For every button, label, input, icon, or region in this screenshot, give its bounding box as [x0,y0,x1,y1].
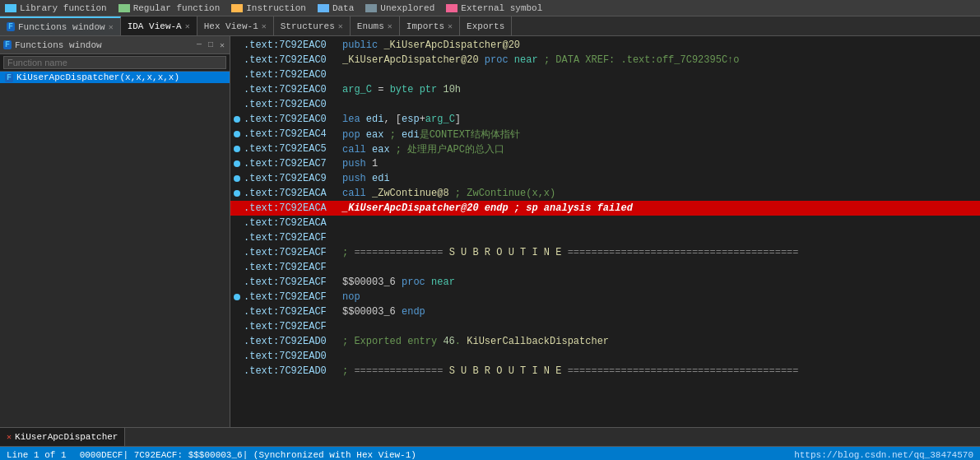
tab-hex-close[interactable]: ✕ [262,21,267,31]
code-line-20: .text:7C92EAD0; Exported entry 46. KiUse… [230,334,980,349]
tab-functions-close[interactable]: ✕ [109,22,114,32]
main-layout: F Functions window ─ □ ✕ F KiUserApcDisp… [0,36,980,427]
code-text-11: _KiUserApcDispatcher@20 endp ; sp analys… [342,202,633,214]
code-addr-3: .text:7C92EAC0 [244,84,342,95]
status-line: Line 1 of 1 [7,450,67,460]
tab-imports-close[interactable]: ✕ [448,21,453,31]
legend-library-label: Library function [20,3,107,13]
code-addr-12: .text:7C92EACA [244,217,342,229]
code-line-13: .text:7C92EACF [230,230,980,245]
code-addr-19: .text:7C92EACF [244,321,342,332]
code-text-22: ; =============== S U B R O U T I N E ==… [342,365,799,377]
tab-imports-label: Imports [406,21,444,31]
legend-instruction: Instruction [231,3,306,13]
tab-ida-close[interactable]: ✕ [185,21,190,31]
legend-external-label: External symbol [461,3,542,13]
legend-instruction-label: Instruction [246,3,306,13]
code-text-14: ; =============== S U B R O U T I N E ==… [342,247,799,258]
sidebar-title-text: Functions window [15,40,102,50]
sidebar-restore-btn[interactable]: □ [207,40,215,50]
code-addr-13: .text:7C92EACF [244,232,342,244]
legend-bar: Library function Regular function Instru… [0,0,980,16]
tab-imports[interactable]: Imports ✕ [400,16,460,35]
code-line-17: .text:7C92EACF nop [230,290,980,304]
code-dot-8 [234,160,240,167]
sidebar-close-btn[interactable]: ✕ [218,40,226,50]
sidebar-func-icon: F [3,40,12,49]
code-text-20: ; Exported entry 46. KiUserCallbackDispa… [342,336,609,347]
tab-functions-label: Functions window [18,22,105,32]
code-text-0: public _KiUserApcDispatcher@20 [342,39,520,51]
code-text-1: _KiUserApcDispatcher@20 proc near ; DATA… [342,54,740,66]
code-line-1: .text:7C92EAC0_KiUserApcDispatcher@20 pr… [230,53,980,67]
code-line-7: .text:7C92EAC5 call eax ; 处理用户APC的总入口 [230,142,980,156]
tab-structures[interactable]: Structures ✕ [274,16,351,35]
code-line-16: .text:7C92EACF$$00003_6 proc near [230,275,980,290]
bottom-tab-kiuser[interactable]: ✕ KiUserApcDispatcher [0,428,125,446]
code-addr-16: .text:7C92EACF [244,276,342,288]
code-addr-14: .text:7C92EACF [244,247,342,258]
sidebar-title-group: F Functions window [3,40,102,50]
code-addr-8: .text:7C92EAC7 [244,158,342,170]
code-addr-2: .text:7C92EAC0 [244,69,342,81]
tab-functions-window[interactable]: F Functions window ✕ [0,16,121,35]
tab-enums-close[interactable]: ✕ [388,21,392,31]
code-addr-1: .text:7C92EAC0 [244,54,342,66]
code-addr-10: .text:7C92EACA [244,188,342,199]
code-text-7: call eax ; 处理用户APC的总入口 [342,142,504,156]
code-line-21: .text:7C92EAD0 [230,349,980,364]
code-addr-21: .text:7C92EAD0 [244,351,342,362]
code-line-11: .text:7C92EACA_KiUserApcDispatcher@20 en… [230,201,980,216]
code-dot-5 [234,116,240,123]
legend-unexplored-color [365,4,377,12]
code-text-6: pop eax ; edi是CONTEXT结构体指针 [342,128,520,142]
tab-ida-view[interactable]: IDA View-A ✕ [121,16,197,35]
sidebar-item-label: KiUserApcDispatcher(x,x,x,x,x) [16,72,179,82]
legend-regular: Regular function [118,3,221,13]
status-left: Line 1 of 1 0000DECF| 7C92EACF: $$$00003… [7,450,416,460]
code-line-22: .text:7C92EAD0; =============== S U B R … [230,364,980,379]
code-text-10: call _ZwContinue@8 ; ZwContinue(x,x) [342,188,555,199]
tab-exports[interactable]: Exports [460,16,512,35]
tab-enums-label: Enums [357,21,384,31]
code-line-10: .text:7C92EACA call _ZwContinue@8 ; ZwCo… [230,186,980,201]
code-addr-6: .text:7C92EAC4 [244,128,342,140]
bottom-tab-close-icon[interactable]: ✕ [7,432,12,442]
code-addr-4: .text:7C92EAC0 [244,99,342,110]
code-line-0: .text:7C92EAC0 public _KiUserApcDispatch… [230,38,980,53]
tab-structures-close[interactable]: ✕ [338,21,343,31]
tab-enums[interactable]: Enums ✕ [351,16,400,35]
code-dot-10 [234,190,240,197]
code-addr-7: .text:7C92EAC5 [244,143,342,155]
code-addr-22: .text:7C92EAD0 [244,365,342,377]
bottom-tab-bar: ✕ KiUserApcDispatcher [0,427,980,447]
code-addr-17: .text:7C92EACF [244,291,342,303]
code-addr-11: .text:7C92EACA [244,202,342,214]
sidebar-controls: ─ □ ✕ [195,40,226,50]
code-line-2: .text:7C92EAC0 [230,67,980,82]
code-view[interactable]: .text:7C92EAC0 public _KiUserApcDispatch… [230,36,980,427]
code-line-8: .text:7C92EAC7 push 1 [230,156,980,171]
tab-hex-view[interactable]: Hex View-1 ✕ [197,16,274,35]
code-addr-5: .text:7C92EAC0 [244,114,342,125]
sidebar-item-kiuserapcdispatcher[interactable]: F KiUserApcDispatcher(x,x,x,x,x) [0,72,230,83]
code-text-16: $$00003_6 proc near [342,276,455,288]
code-dot-6 [234,131,240,137]
legend-unexplored: Unexplored [365,3,434,13]
main-tab-bar: F Functions window ✕ IDA View-A ✕ Hex Vi… [0,16,980,36]
tab-functions-icon: F [7,22,15,31]
legend-data: Data [318,3,354,13]
code-text-9: push edi [342,173,390,184]
code-addr-18: .text:7C92EACF [244,306,342,318]
code-text-5: lea edi, [esp+arg_C] [342,114,461,125]
legend-unexplored-label: Unexplored [380,3,434,13]
code-addr-0: .text:7C92EAC0 [244,39,342,51]
code-addr-9: .text:7C92EAC9 [244,173,342,184]
legend-data-label: Data [332,3,354,13]
tab-structures-label: Structures [281,21,335,31]
code-line-5: .text:7C92EAC0 lea edi, [esp+arg_C] [230,112,980,127]
sidebar-minimize-btn[interactable]: ─ [195,40,203,50]
sidebar-search-input[interactable] [3,56,226,69]
code-dot-17 [234,294,240,300]
tab-exports-label: Exports [467,21,504,31]
